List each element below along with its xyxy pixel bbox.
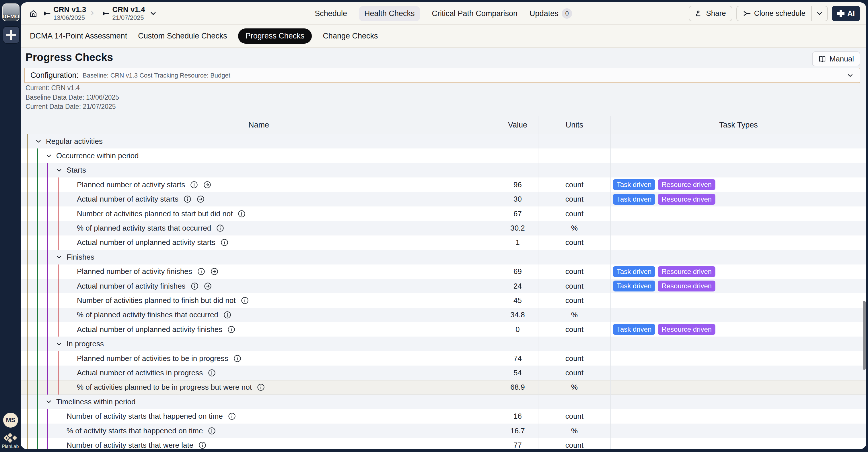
goto-check-icon[interactable] [196,195,205,203]
table-row: In progress [21,337,866,351]
tree-guide-line [27,366,28,380]
planlab-logo-icon [0,433,21,443]
tree-guide-line [47,424,48,438]
chevron-down-icon[interactable] [45,399,52,405]
info-icon[interactable] [198,441,207,449]
column-header-value: Value [497,116,538,134]
row-value: 16 [497,409,538,423]
row-units: count [538,409,611,423]
info-icon[interactable] [238,209,246,218]
table-row: Actual number of activity starts30countT… [21,192,866,206]
row-name: Actual number of unplanned activity fini… [77,325,222,334]
row-value: 45 [497,293,538,308]
share-button[interactable]: Share [689,6,732,21]
demo-logo[interactable]: DEMO [2,3,20,21]
info-icon[interactable] [241,296,249,305]
baseline-schedule[interactable]: CRN v1.3 13/06/2025 [43,5,86,21]
tab-change-checks[interactable]: Change Checks [323,32,378,40]
info-icon[interactable] [208,369,216,377]
tree-guide-line [27,308,28,322]
info-icon[interactable] [190,180,198,189]
info-icon[interactable] [220,238,228,247]
row-value: 77 [497,438,538,449]
info-icon[interactable] [223,311,231,319]
nav-health-checks[interactable]: Health Checks [359,6,420,21]
tree-guide-line [58,366,59,380]
task-type-badge: Task driven [613,179,655,190]
tab-progress-checks[interactable]: Progress Checks [238,28,312,44]
chevron-down-icon[interactable] [45,153,52,159]
table-row: Finishes [21,250,866,264]
table-row: % of activities planned to be in progres… [21,380,866,395]
info-icon[interactable] [197,267,206,276]
row-name: Actual number of activity finishes [77,282,186,291]
task-type-badge: Resource driven [658,179,715,190]
clone-options-chevron[interactable] [811,6,827,21]
ai-button[interactable]: AI [832,6,860,21]
tree-guide-line [37,438,38,449]
goto-check-icon[interactable] [203,180,211,189]
row-name: Actual number of activity starts [77,195,179,204]
nav-schedule[interactable]: Schedule [315,9,347,18]
row-value: 1 [497,235,538,250]
chevron-down-icon[interactable] [56,254,63,260]
ai-sparkle-icon [837,10,844,17]
tree-guide-line [47,221,48,235]
tree-guide-line [37,177,38,192]
tree-guide-line [58,206,59,221]
info-icon[interactable] [257,383,265,391]
chevron-down-icon[interactable] [35,138,42,144]
info-icon[interactable] [233,355,242,363]
row-value: 67 [497,206,538,221]
task-type-badge: Resource driven [658,324,715,335]
row-value: 96 [497,177,538,192]
table-body: Regular activitiesOccurrence within peri… [21,134,866,449]
row-name: Planned number of activities to be in pr… [77,354,228,363]
row-units [538,250,611,264]
column-header-name: Name [21,116,497,134]
table-row: Number of activities planned to finish b… [21,293,866,308]
progress-checks-panel: Progress Checks Manual Configuration: Ba… [21,48,866,449]
schedule-picker-chevron[interactable] [149,9,157,18]
person-icon [695,10,703,17]
top-bar: CRN v1.3 13/06/2025 › CRN v1.4 21/07/202… [21,2,866,25]
manual-button[interactable]: Manual [812,51,860,66]
home-icon [29,9,38,18]
table-row: Planned number of activities to be in pr… [21,351,866,366]
goto-check-icon[interactable] [204,282,212,290]
add-workspace-button[interactable] [3,26,20,44]
nav-updates[interactable]: Updates 0 [529,8,572,19]
tab-custom-schedule-checks[interactable]: Custom Schedule Checks [138,32,227,40]
info-icon[interactable] [190,282,199,290]
vertical-scrollbar-thumb[interactable] [863,301,866,370]
tree-guide-line [27,192,28,206]
table-row: Starts [21,163,866,177]
goto-check-icon[interactable] [210,267,219,276]
info-icon[interactable] [227,326,236,334]
clone-schedule-button[interactable]: Clone schedule [736,6,828,21]
tree-guide-line [37,351,38,366]
row-units [538,395,611,409]
configuration-select[interactable]: Configuration: Baseline: CRN v1.3 Cost T… [24,68,860,83]
tree-guide-line [47,177,48,192]
current-schedule[interactable]: CRN v1.4 21/07/2025 [102,5,145,21]
tab-dcma-14-point-assessment[interactable]: DCMA 14-Point Assessment [30,32,127,40]
chevron-down-icon[interactable] [56,167,63,173]
tree-guide-line [27,424,28,438]
user-avatar[interactable]: MS [3,413,18,428]
tree-guide-line [47,351,48,366]
home-button[interactable] [27,7,39,20]
info-icon[interactable] [208,427,216,435]
row-units: % [538,308,611,322]
row-name: % of activity starts that happened on ti… [66,426,203,435]
tree-guide-line [58,264,59,279]
tree-guide-line [47,308,48,322]
nav-critical-path-comparison[interactable]: Critical Path Comparison [432,9,518,18]
info-icon[interactable] [216,224,224,232]
task-type-badge: Resource driven [658,281,715,291]
tree-guide-line [47,279,48,293]
info-icon[interactable] [183,195,192,203]
info-icon[interactable] [228,412,236,420]
tree-guide-line [27,380,28,395]
chevron-down-icon[interactable] [56,341,63,347]
